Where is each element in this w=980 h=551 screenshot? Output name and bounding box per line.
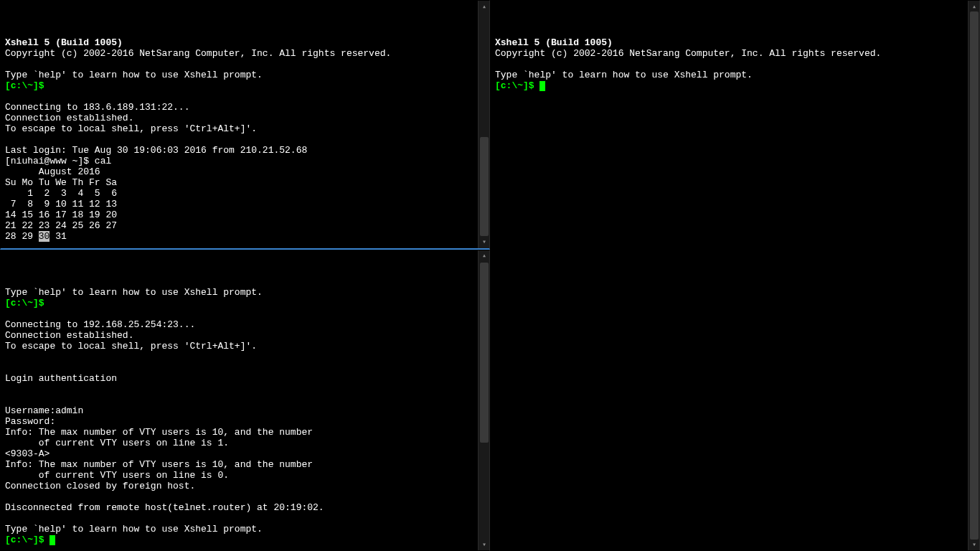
terminal-pane-bottom-left[interactable]: Type `help' to learn how to use Xshell p… (0, 250, 490, 551)
help-text: Type `help' to learn how to use Xshell p… (5, 70, 263, 80)
disconnected-text: Disconnected from remote host(telnet.rou… (5, 502, 324, 513)
scroll-down-icon[interactable]: ▾ (479, 237, 490, 248)
cal-row: 21 22 23 24 25 26 27 (5, 220, 117, 231)
scrollbar[interactable]: ▴ ▾ (478, 250, 489, 550)
terminal-pane-top-left[interactable]: Xshell 5 (Build 1005) Copyright (c) 2002… (0, 0, 490, 250)
help-text: Type `help' to learn how to use Xshell p… (495, 70, 753, 80)
cursor-icon (540, 81, 545, 91)
local-prompt: [c:\~]$ (5, 298, 44, 309)
cal-row-last-post: 31 (50, 231, 66, 242)
app-layout: Xshell 5 (Build 1005) Copyright (c) 2002… (0, 0, 980, 551)
terminal-pane-right[interactable]: Xshell 5 (Build 1005) Copyright (c) 2002… (490, 0, 980, 551)
copyright-text: Copyright (c) 2002-2016 NetSarang Comput… (5, 48, 391, 59)
login-auth-text: Login authentication (5, 373, 117, 384)
cursor-icon (50, 535, 55, 545)
command-text: cal (95, 156, 111, 166)
connecting-text: Connecting to 183.6.189.131:22... (5, 102, 189, 113)
scrollbar[interactable]: ▴ ▾ (478, 1, 489, 248)
username-text: Username:admin (5, 405, 83, 416)
info-text: Info: The max number of VTY users is 10,… (5, 459, 313, 470)
scroll-thumb[interactable] (480, 137, 489, 236)
cal-row: 14 15 16 17 18 19 20 (5, 209, 117, 220)
established-text: Connection established. (5, 113, 133, 123)
terminal-content: Xshell 5 (Build 1005) Copyright (c) 2002… (5, 27, 485, 250)
help-text: Type `help' to learn how to use Xshell p… (5, 524, 263, 534)
cal-row: 1 2 3 4 5 6 (5, 188, 117, 199)
closed-text: Connection closed by foreign host. (5, 481, 195, 491)
shell-prompt: [niuhai@www ~]$ (5, 156, 95, 166)
local-prompt: [c:\~]$ (5, 80, 44, 91)
cal-row-last-pre: 28 29 (5, 231, 39, 242)
info-text: Info: The max number of VTY users is 10,… (5, 427, 313, 438)
cal-title: August 2016 (5, 166, 100, 177)
info-text: of current VTY users on line is 1. (5, 438, 229, 448)
scrollbar[interactable]: ▴ ▾ (968, 1, 979, 550)
terminal-content: Xshell 5 (Build 1005) Copyright (c) 2002… (495, 27, 975, 91)
terminal-content: Type `help' to learn how to use Xshell p… (5, 276, 485, 545)
app-title: Xshell 5 (Build 1005) (495, 37, 613, 48)
last-login-text: Last login: Tue Aug 30 19:06:03 2016 fro… (5, 145, 307, 156)
info-text: of current VTY users on line is 0. (5, 470, 229, 481)
scroll-down-icon[interactable]: ▾ (969, 539, 980, 550)
scroll-up-icon[interactable]: ▴ (479, 1, 490, 12)
help-text: Type `help' to learn how to use Xshell p… (5, 287, 263, 298)
escape-text: To escape to local shell, press 'Ctrl+Al… (5, 123, 257, 134)
connecting-text: Connecting to 192.168.25.254:23... (5, 319, 195, 330)
app-title: Xshell 5 (Build 1005) (5, 37, 123, 48)
established-text: Connection established. (5, 330, 133, 341)
cal-header: Su Mo Tu We Th Fr Sa (5, 177, 117, 188)
device-prompt: <9303-A> (5, 448, 50, 459)
local-prompt: [c:\~]$ (5, 534, 50, 545)
left-column: Xshell 5 (Build 1005) Copyright (c) 2002… (0, 0, 490, 551)
scroll-up-icon[interactable]: ▴ (479, 250, 490, 262)
password-text: Password: (5, 416, 55, 427)
scroll-thumb[interactable] (480, 263, 489, 443)
local-prompt: [c:\~]$ (495, 80, 540, 91)
right-column: Xshell 5 (Build 1005) Copyright (c) 2002… (490, 0, 980, 551)
cal-row: 7 8 9 10 11 12 13 (5, 199, 117, 209)
scroll-down-icon[interactable]: ▾ (479, 539, 490, 550)
cal-today: 30 (39, 231, 50, 242)
scroll-up-icon[interactable]: ▴ (969, 1, 980, 12)
copyright-text: Copyright (c) 2002-2016 NetSarang Comput… (495, 48, 881, 59)
escape-text: To escape to local shell, press 'Ctrl+Al… (5, 341, 257, 352)
scroll-thumb[interactable] (970, 11, 979, 539)
